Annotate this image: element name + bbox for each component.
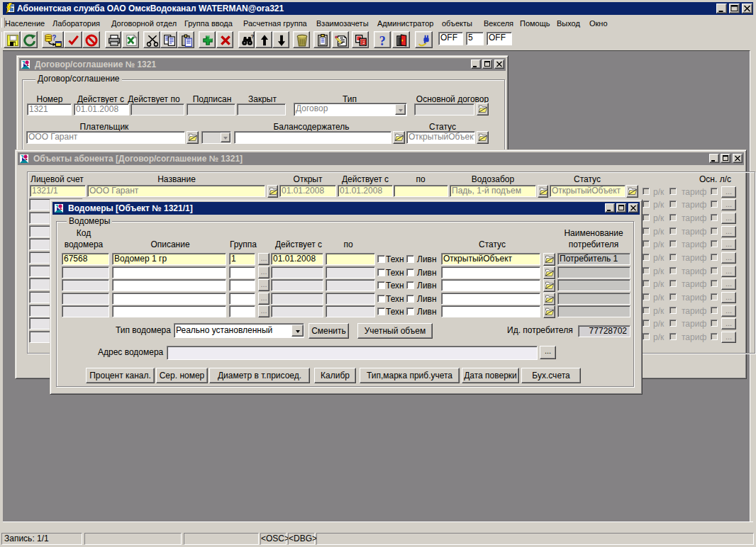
svg-text:FI: FI — [362, 39, 367, 45]
svg-text:?: ? — [52, 34, 56, 42]
svg-text:?: ? — [251, 34, 255, 40]
svg-text:?: ? — [379, 34, 386, 47]
